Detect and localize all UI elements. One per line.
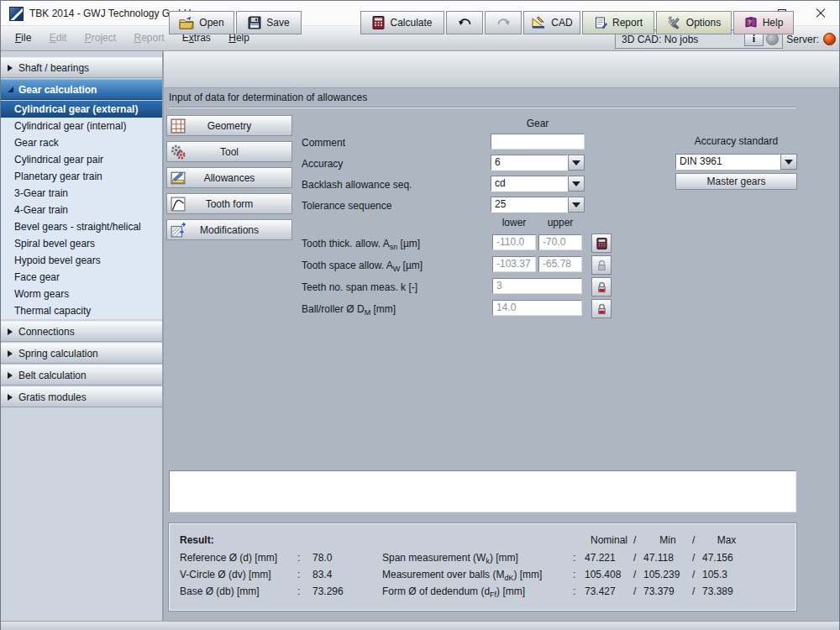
tolerance-label: Tolerance sequence xyxy=(302,198,391,213)
sidebar-item-worm-gears[interactable]: Worm gears xyxy=(1,286,162,302)
ball-roller-label: Ball/roller Ø DM [mm] xyxy=(302,302,396,317)
redo-icon xyxy=(496,18,511,29)
chevron-down-icon[interactable] xyxy=(568,155,585,171)
chevron-right-icon xyxy=(8,394,13,401)
sidebar-section-belt-calculation[interactable]: Belt calculation xyxy=(1,365,162,386)
accuracy-dropdown[interactable]: 6 xyxy=(491,155,585,171)
options-tools-icon xyxy=(667,16,681,29)
result-row-v-circle: V-Circle Ø (dv) [mm]:83.4 xyxy=(180,566,344,583)
sidebar-item-cylindrical-gear-internal[interactable]: Cylindrical gear (internal) xyxy=(1,118,162,134)
sidebar-item-hypoid-bevel-gears[interactable]: Hypoid bevel gears xyxy=(1,252,162,269)
menu-report: Report xyxy=(126,26,171,50)
chevron-down-icon[interactable] xyxy=(568,197,585,213)
backlash-label: Backlash allowance seq. xyxy=(302,177,412,192)
tool-button[interactable]: Tool xyxy=(166,141,292,162)
lock-open-icon xyxy=(596,260,607,271)
chevron-down-icon[interactable] xyxy=(780,154,797,170)
calculator-icon xyxy=(596,238,607,249)
sidebar-section-connections[interactable]: Connections xyxy=(1,321,162,342)
open-button[interactable]: Open xyxy=(169,11,234,34)
menu-project: Project xyxy=(77,26,123,50)
help-book-icon: ? xyxy=(744,16,758,29)
chevron-right-icon xyxy=(8,372,13,379)
chevron-right-icon xyxy=(8,350,13,357)
modifications-button[interactable]: Modifications xyxy=(166,219,292,240)
sidebar-item-thermal-capacity[interactable]: Thermal capacity xyxy=(1,302,162,319)
sidebar-item-gear-rack[interactable]: Gear rack xyxy=(1,134,162,151)
ruler-pencil-icon xyxy=(171,171,186,186)
sidebar-item-4-gear-train[interactable]: 4-Gear train xyxy=(1,202,162,218)
sidebar-section-spring-calculation[interactable]: Spring calculation xyxy=(1,343,162,364)
result-title: Result: xyxy=(180,531,344,549)
chevron-down-icon[interactable] xyxy=(568,176,585,192)
result-row-span-measurement: Span measurement (Wk) [mm] : 47.221/ 47.… xyxy=(382,549,751,566)
chevron-right-icon xyxy=(8,65,13,71)
tooth-space-upper-input[interactable]: -65.78 xyxy=(538,256,582,272)
backlash-dropdown[interactable]: cd xyxy=(491,176,585,192)
sidebar-item-cylindrical-gear-pair[interactable]: Cylindrical gear pair xyxy=(1,151,162,168)
options-button[interactable]: Options xyxy=(656,11,732,34)
modifications-icon xyxy=(171,223,186,238)
server-status-dot xyxy=(823,33,836,45)
gears-icon xyxy=(171,144,186,160)
result-row-reference: Reference Ø (d) [mm]:78.0 xyxy=(180,549,344,566)
accuracy-label: Accuracy xyxy=(302,156,343,171)
tooth-space-lower-input[interactable]: -103.37 xyxy=(492,256,536,272)
menu-file[interactable]: File xyxy=(8,26,39,50)
report-button[interactable]: Report xyxy=(582,11,654,34)
tooth-thick-upper-input[interactable]: -70.0 xyxy=(538,234,582,250)
sidebar-section-shaft-bearings[interactable]: Shaft / bearings xyxy=(1,57,162,78)
lock-ball-roller-button[interactable] xyxy=(591,299,612,318)
redo-button xyxy=(485,11,522,34)
comment-label: Comment xyxy=(302,135,345,150)
teeth-span-input[interactable]: 3 xyxy=(492,278,582,294)
report-notepad-icon xyxy=(594,16,607,29)
save-button[interactable]: Save xyxy=(236,11,302,34)
sidebar-item-planetary-gear-train[interactable]: Planetary gear train xyxy=(1,168,162,185)
result-header-row: Nominal/ Min/ Max xyxy=(382,531,751,549)
toolbar xyxy=(164,51,839,88)
divider xyxy=(169,107,796,108)
app-logo-icon xyxy=(9,7,24,21)
sidebar-item-face-gear[interactable]: Face gear xyxy=(1,269,162,286)
accuracy-standard-dropdown[interactable]: DIN 3961 xyxy=(675,154,797,170)
result-left-block: Result: Reference Ø (d) [mm]:78.0 V-Circ… xyxy=(180,531,344,600)
master-gears-button[interactable]: Master gears xyxy=(675,173,797,190)
tolerance-dropdown[interactable]: 25 xyxy=(491,197,585,213)
sidebar-section-gear-calculation[interactable]: Gear calculation xyxy=(1,79,162,100)
calculate-allowance-button[interactable] xyxy=(591,234,612,253)
open-folder-icon xyxy=(179,17,194,29)
undo-icon xyxy=(458,18,472,29)
result-row-measurement-over-balls: Measurement over balls (MdK) [mm] : 105.… xyxy=(382,566,751,583)
teeth-span-label: Teeth no. span meas. k [-] xyxy=(302,280,417,295)
tooth-thick-allow-label: Tooth thick. allow. Asn [µm] xyxy=(302,236,420,251)
sidebar-item-bevel-gears[interactable]: Bevel gears - straight/helical xyxy=(1,218,162,235)
close-icon xyxy=(816,8,826,18)
help-button[interactable]: ? Help xyxy=(733,11,794,34)
chevron-right-icon xyxy=(8,328,13,335)
undo-button[interactable] xyxy=(446,11,483,34)
close-button[interactable] xyxy=(802,1,839,26)
ball-roller-input[interactable]: 14.0 xyxy=(492,300,582,316)
sidebar: Shaft / bearings Gear calculation Cylind… xyxy=(1,51,164,621)
calculate-button[interactable]: Calculate xyxy=(360,11,444,34)
server-label: Server: xyxy=(786,34,819,45)
sidebar-item-3-gear-train[interactable]: 3-Gear train xyxy=(1,185,162,202)
tooth-space-allow-label: Tooth space allow. AW [µm] xyxy=(302,258,423,273)
gear-tooth-icon xyxy=(171,197,186,212)
app-window: TBK 2014 - GWJ Technology GmbH File Edit… xyxy=(0,0,840,630)
cad-drafting-icon xyxy=(531,16,546,29)
geometry-button[interactable]: Geometry xyxy=(166,115,292,136)
sidebar-item-cylindrical-gear-external[interactable]: Cylindrical gear (external) xyxy=(1,101,162,118)
allowances-button[interactable]: Allowances xyxy=(166,167,292,188)
lock-teeth-span-button[interactable] xyxy=(591,277,612,297)
tooth-thick-lower-input[interactable]: -110.0 xyxy=(492,234,536,250)
cad-button[interactable]: CAD xyxy=(523,11,580,34)
tooth-form-button[interactable]: Tooth form xyxy=(166,193,292,214)
result-row-form-dedendum: Form Ø of dedendum (dFf) [mm] : 73.427/ … xyxy=(382,583,751,600)
sidebar-item-spiral-bevel-gears[interactable]: Spiral bevel gears xyxy=(1,235,162,252)
sidebar-section-gratis-modules[interactable]: Gratis modules xyxy=(1,386,162,407)
comment-input[interactable] xyxy=(491,134,585,150)
server-status: Server: xyxy=(786,29,836,49)
cad-status-indicator xyxy=(766,33,779,45)
